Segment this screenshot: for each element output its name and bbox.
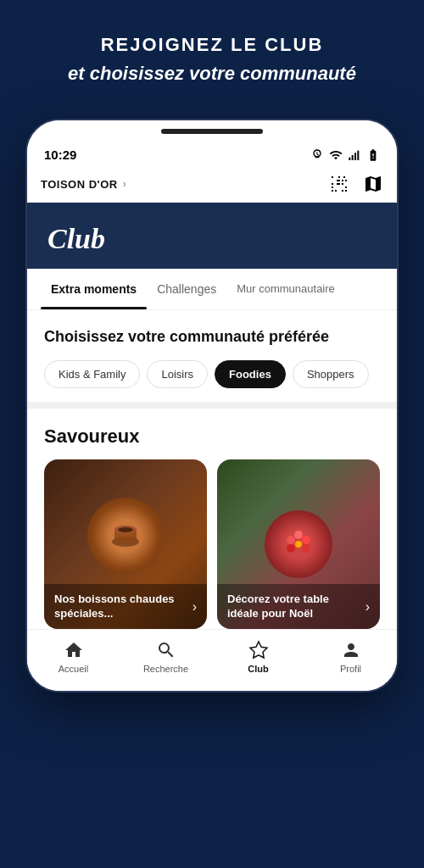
wifi-icon bbox=[329, 148, 343, 162]
header-section: REJOIGNEZ LE CLUB et choisissez votre co… bbox=[0, 0, 424, 110]
coffee-icon bbox=[104, 515, 147, 557]
browser-url[interactable]: TOISON D'OR › bbox=[41, 178, 126, 191]
community-section: Choisissez votre communauté préférée Kid… bbox=[27, 310, 397, 409]
scan-icon[interactable] bbox=[329, 174, 349, 194]
home-icon bbox=[64, 640, 84, 660]
svg-rect-1 bbox=[352, 155, 354, 160]
battery-icon bbox=[366, 148, 380, 162]
bottom-nav: Accueil Recherche Club Pro bbox=[27, 629, 397, 691]
app-header: Club bbox=[27, 203, 397, 269]
svg-point-12 bbox=[287, 544, 295, 553]
tag-foodies[interactable]: Foodies bbox=[215, 360, 286, 388]
coffee-visual bbox=[87, 498, 164, 574]
star-icon bbox=[248, 640, 269, 660]
main-content: Choisissez votre communauté préférée Kid… bbox=[27, 310, 397, 691]
browser-bar: TOISON D'OR › bbox=[27, 169, 397, 203]
svg-rect-3 bbox=[357, 150, 359, 159]
status-icons bbox=[310, 148, 380, 162]
card-noel[interactable]: Décorez votre table idéale pour Noël › bbox=[217, 459, 380, 629]
tag-kids-family[interactable]: Kids & Family bbox=[44, 360, 140, 388]
nav-recherche[interactable]: Recherche bbox=[120, 640, 212, 674]
svg-marker-15 bbox=[250, 642, 267, 658]
noel-decoration-icon bbox=[277, 523, 320, 565]
nav-club[interactable]: Club bbox=[212, 640, 304, 674]
app-title: Club bbox=[47, 223, 377, 255]
svg-point-11 bbox=[302, 544, 310, 553]
svg-rect-2 bbox=[354, 153, 356, 160]
search-icon bbox=[156, 640, 176, 660]
card-boissons-arrow[interactable]: › bbox=[192, 599, 197, 615]
tag-shoppers[interactable]: Shoppers bbox=[293, 360, 369, 388]
community-tags: Kids & Family Loisirs Foodies Shoppers bbox=[44, 360, 380, 388]
svg-point-9 bbox=[294, 531, 303, 539]
nav-accueil[interactable]: Accueil bbox=[27, 640, 120, 674]
nav-profil-label: Profil bbox=[340, 664, 361, 674]
nav-profil[interactable]: Profil bbox=[304, 640, 397, 674]
card-boissons-label: Nos boissons chaudes spéciales... bbox=[54, 593, 186, 621]
camera-notch bbox=[161, 129, 263, 134]
card-boissons-footer: Nos boissons chaudes spéciales... › bbox=[44, 584, 207, 630]
status-bar: 10:29 bbox=[27, 137, 397, 169]
card-noel-arrow[interactable]: › bbox=[365, 599, 370, 615]
map-icon[interactable] bbox=[363, 174, 383, 194]
tab-mur-communautaire[interactable]: Mur communautaire bbox=[226, 269, 345, 309]
nav-recherche-label: Recherche bbox=[143, 664, 188, 674]
tabs-container: Extra moments Challenges Mur communautai… bbox=[27, 269, 397, 310]
url-chevron: › bbox=[123, 178, 127, 190]
person-icon bbox=[341, 640, 361, 660]
nav-club-label: Club bbox=[248, 664, 268, 674]
svg-point-7 bbox=[118, 527, 133, 532]
nav-accueil-label: Accueil bbox=[59, 664, 88, 674]
header-subtitle: et choisissez votre communauté bbox=[17, 63, 407, 85]
svg-rect-0 bbox=[349, 157, 350, 159]
header-title: REJOIGNEZ LE CLUB bbox=[17, 34, 407, 56]
browser-actions bbox=[329, 174, 383, 194]
tab-challenges[interactable]: Challenges bbox=[147, 269, 226, 309]
card-noel-label: Décorez votre table idéale pour Noël bbox=[227, 593, 359, 621]
tab-extra-moments[interactable]: Extra moments bbox=[41, 269, 147, 309]
tag-loisirs[interactable]: Loisirs bbox=[147, 360, 208, 388]
cards-row: Nos boissons chaudes spéciales... › bbox=[44, 459, 380, 629]
svg-point-10 bbox=[302, 536, 310, 544]
alarm-icon bbox=[310, 148, 324, 162]
svg-point-13 bbox=[287, 536, 295, 544]
phone-notch-area bbox=[27, 120, 397, 137]
signal-icon bbox=[348, 148, 361, 162]
url-text: TOISON D'OR bbox=[41, 178, 118, 191]
community-title: Choisissez votre communauté préférée bbox=[44, 327, 380, 347]
noel-visual bbox=[265, 510, 332, 578]
svg-point-14 bbox=[295, 541, 302, 548]
status-time: 10:29 bbox=[44, 147, 76, 162]
card-boissons[interactable]: Nos boissons chaudes spéciales... › bbox=[44, 459, 207, 629]
phone-frame: 10:29 TOISON D'OR › bbox=[25, 119, 399, 693]
savoureux-section: Savoureux bbox=[27, 409, 397, 629]
savoureux-title: Savoureux bbox=[44, 426, 380, 448]
card-noel-footer: Décorez votre table idéale pour Noël › bbox=[217, 584, 380, 630]
